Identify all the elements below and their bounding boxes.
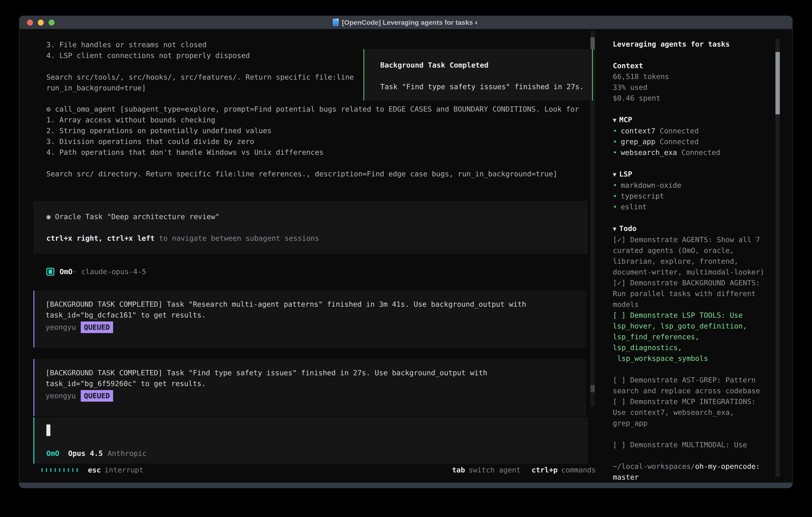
- todo-section-header[interactable]: ▼Todo: [613, 223, 770, 234]
- lsp-item: •markdown-oxide: [613, 180, 770, 191]
- scrollback-line: run_in_background=true]: [46, 83, 354, 93]
- session-title: Leveraging agents for tasks: [613, 39, 770, 50]
- close-button[interactable]: [27, 20, 33, 26]
- chat-pane: 3. File handles or streams not closed 4.…: [19, 29, 608, 483]
- tool-call-footer: Search src/ directory. Return specific f…: [46, 168, 579, 179]
- status-dot-icon: •: [613, 203, 617, 211]
- chat-scrollbar-thumb[interactable]: [590, 37, 595, 50]
- lsp-item: •eslint: [613, 201, 770, 212]
- oracle-task-card[interactable]: ◉ Oracle Task "Deep architecture review"…: [33, 201, 588, 254]
- input-agent-name[interactable]: OmO: [46, 448, 59, 459]
- window-title: [OpenCode] Leveraging agents for tasks ◐: [333, 17, 479, 28]
- background-task-toast[interactable]: Background Task Completed Task "Find typ…: [364, 49, 593, 101]
- gear-icon: ⚙: [46, 105, 51, 113]
- sidebar-scrollbar-thumb[interactable]: [776, 52, 780, 114]
- mcp-section-header[interactable]: ▼MCP: [613, 114, 770, 126]
- tool-call-item: 2. String operations on potentially unde…: [46, 125, 579, 136]
- chevron-down-icon: ▼: [613, 116, 616, 124]
- sidebar-scrollbar[interactable]: [776, 39, 780, 477]
- mcp-item: •websearch_exa Connected: [613, 147, 770, 158]
- status-dot-icon: •: [613, 181, 617, 189]
- status-dot-icon: •: [613, 138, 617, 146]
- task-card-line1: [BACKGROUND TASK COMPLETED] Task "Resear…: [46, 299, 586, 310]
- lsp-item: •typescript: [613, 191, 770, 201]
- toast-body: Task "Find type safety issues" finished …: [380, 81, 592, 92]
- oracle-icon: ◉: [46, 213, 51, 221]
- status-dot-icon: •: [613, 127, 617, 135]
- terminal-window: [OpenCode] Leveraging agents for tasks ◐…: [19, 16, 793, 488]
- todo-item-pending: [ ] Demonstrate MULTIMODAL: Use: [613, 439, 770, 450]
- oracle-hint-keys: ctrl+x right, ctrl+x left: [46, 234, 155, 242]
- background-task-card[interactable]: [BACKGROUND TASK COMPLETED] Task "Find t…: [33, 359, 586, 416]
- omo-agent-icon: [46, 268, 54, 276]
- tab-key-label: switch agent: [468, 465, 521, 475]
- prompt-input[interactable]: OmO Opus 4.5 Anthropic: [33, 417, 588, 464]
- spinner-dots: [41, 468, 78, 472]
- task-card-user: yeongyu: [46, 390, 76, 401]
- task-card-line2: task_id="bg_6f59260c" to get results.: [46, 378, 586, 389]
- background-task-card[interactable]: [BACKGROUND TASK COMPLETED] Task "Resear…: [33, 291, 586, 348]
- task-card-line1: [BACKGROUND TASK COMPLETED] Task "Find t…: [46, 368, 586, 378]
- todo-item-done: [✓] Demonstrate AGENTS: Show all 7 curat…: [613, 234, 770, 277]
- todo-item-pending: [ ] Demonstrate MCP INTEGRATIONS: Use co…: [613, 396, 770, 429]
- esc-key-hint: esc: [88, 465, 101, 475]
- scrollback-text: 3. File handles or streams not closed 4.…: [46, 39, 354, 93]
- agent-header: OmO · claude-opus-4-5: [46, 266, 146, 277]
- chevron-down-icon: ▼: [613, 171, 616, 178]
- session-sidebar: Leveraging agents for tasks Context 66,5…: [608, 29, 792, 483]
- workspace-path: ~/local-workspaces/oh-my-opencode:: [613, 461, 770, 472]
- context-tokens: 66,518 tokens: [613, 71, 770, 82]
- oracle-hint-text: to navigate between subagent sessions: [155, 234, 319, 242]
- esc-key-label: interrupt: [105, 465, 143, 475]
- input-provider-name: Anthropic: [108, 448, 146, 459]
- mcp-item: •context7 Connected: [613, 126, 770, 136]
- input-model-name[interactable]: Opus 4.5: [68, 448, 103, 459]
- zoom-button[interactable]: [49, 20, 55, 26]
- status-bar: esc interrupt tab switch agent ctrl+p co…: [41, 465, 596, 475]
- traffic-lights: [27, 16, 55, 29]
- context-used: 33% used: [613, 82, 770, 93]
- window-bottom-edge: [19, 483, 792, 488]
- agent-model: · claude-opus-4-5: [72, 266, 146, 277]
- chat-scrollbar-thumb[interactable]: [590, 385, 595, 392]
- tab-key-hint: tab: [452, 465, 465, 475]
- todo-item-pending: [ ] Demonstrate AST-GREP: Pattern search…: [613, 375, 770, 396]
- tool-call-item: 1. Array access without bounds checking: [46, 114, 579, 125]
- scrollback-line: Search src/tools/, src/hooks/, src/featu…: [46, 72, 354, 83]
- todo-item-active: [ ] Demonstrate LSP TOOLS: Use lsp_hover…: [613, 310, 770, 364]
- minimize-button[interactable]: [38, 20, 44, 26]
- ctrlp-key-label: commands: [561, 465, 596, 475]
- input-meta-row: OmO Opus 4.5 Anthropic: [46, 448, 147, 459]
- status-dot-icon: •: [613, 192, 617, 200]
- document-icon: [333, 19, 339, 26]
- tool-call-item: 4. Path operations that don't handle Win…: [46, 147, 579, 158]
- lsp-section-header[interactable]: ▼LSP: [613, 169, 770, 180]
- todo-item-done: [✓] Demonstrate BACKGROUND AGENTS: Run p…: [613, 277, 770, 310]
- scrollback-line: [46, 61, 354, 72]
- scrollback-line: 3. File handles or streams not closed: [46, 39, 354, 50]
- task-card-user: yeongyu: [46, 322, 76, 333]
- context-heading: Context: [613, 60, 770, 71]
- title-bar: [OpenCode] Leveraging agents for tasks ◐: [19, 16, 792, 29]
- tool-call-header: call_omo_agent [subagent_type=explore, p…: [51, 105, 579, 113]
- mcp-item: •grep_app Connected: [613, 136, 770, 147]
- chevron-down-icon: ▼: [613, 225, 616, 232]
- queued-badge: QUEUED: [81, 322, 113, 333]
- oracle-card-title: Oracle Task "Deep architecture review": [51, 213, 220, 221]
- text-cursor: [46, 425, 50, 436]
- tool-call-item: 3. Division operations that could divide…: [46, 136, 579, 147]
- agent-name: OmO: [60, 266, 72, 277]
- tool-call-block: ⚙ call_omo_agent [subagent_type=explore,…: [46, 104, 579, 179]
- queued-badge: QUEUED: [81, 390, 113, 402]
- context-spent: $0.46 spent: [613, 93, 770, 104]
- scrollback-line: 4. LSP client connections not properly d…: [46, 50, 354, 61]
- ctrlp-key-hint: ctrl+p: [532, 465, 558, 475]
- toast-title: Background Task Completed: [380, 60, 592, 71]
- task-card-line2: task_id="bg_dcfac161" to get results.: [46, 310, 586, 321]
- status-dot-icon: •: [613, 148, 617, 157]
- workspace-branch: master: [613, 472, 770, 483]
- window-title-text: [OpenCode] Leveraging agents for tasks ◐: [342, 17, 479, 28]
